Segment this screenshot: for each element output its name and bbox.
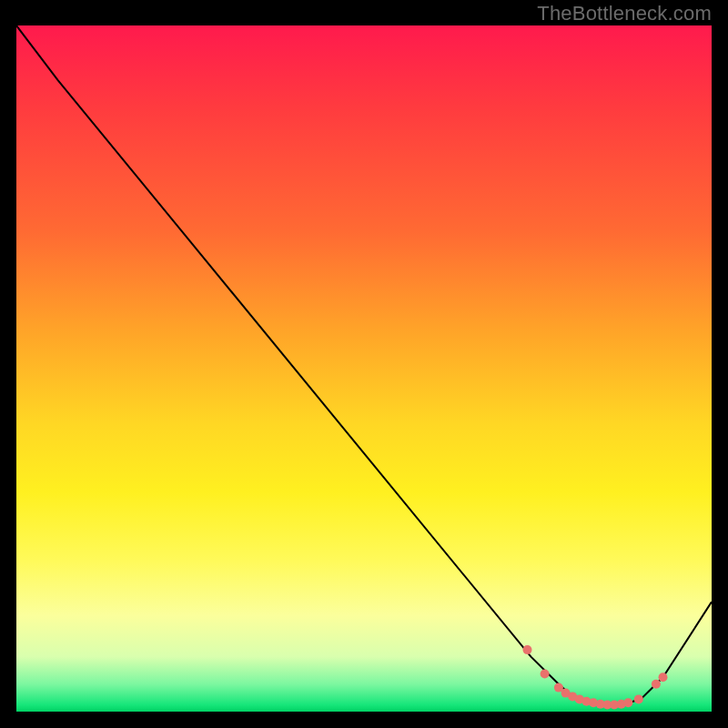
chart-frame: TheBottleneck.com [0, 0, 728, 728]
curve-marker [634, 694, 643, 703]
gradient-background [16, 25, 712, 712]
curve-markers [523, 645, 668, 709]
curve-marker [623, 698, 632, 707]
curve-marker [659, 672, 668, 682]
curve-marker [523, 645, 532, 654]
watermark-label: TheBottleneck.com [537, 4, 712, 24]
curve-marker [652, 680, 661, 689]
curve-marker [541, 670, 550, 679]
curve-layer [16, 25, 712, 712]
bottleneck-curve [16, 25, 712, 705]
